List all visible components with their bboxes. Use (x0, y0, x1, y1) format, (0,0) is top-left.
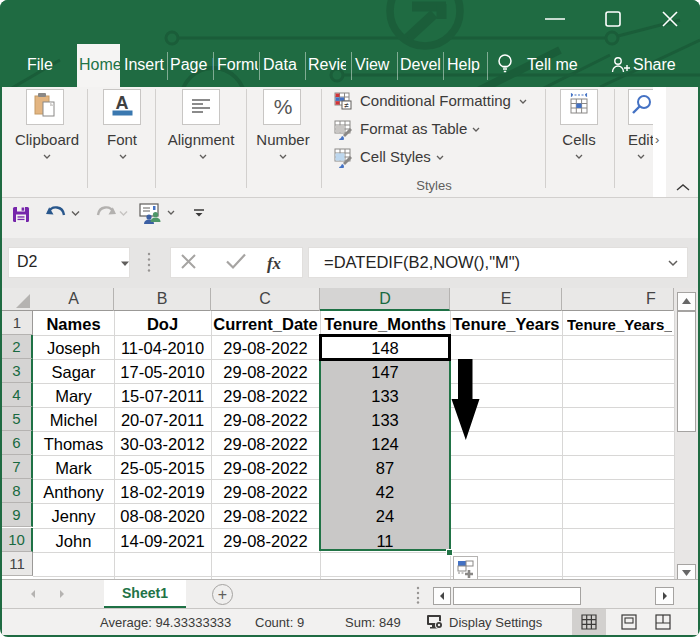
svg-text:≠: ≠ (344, 101, 349, 110)
svg-text:A: A (116, 93, 129, 113)
svg-text:%: % (274, 95, 293, 118)
svg-text:fx: fx (267, 254, 282, 273)
